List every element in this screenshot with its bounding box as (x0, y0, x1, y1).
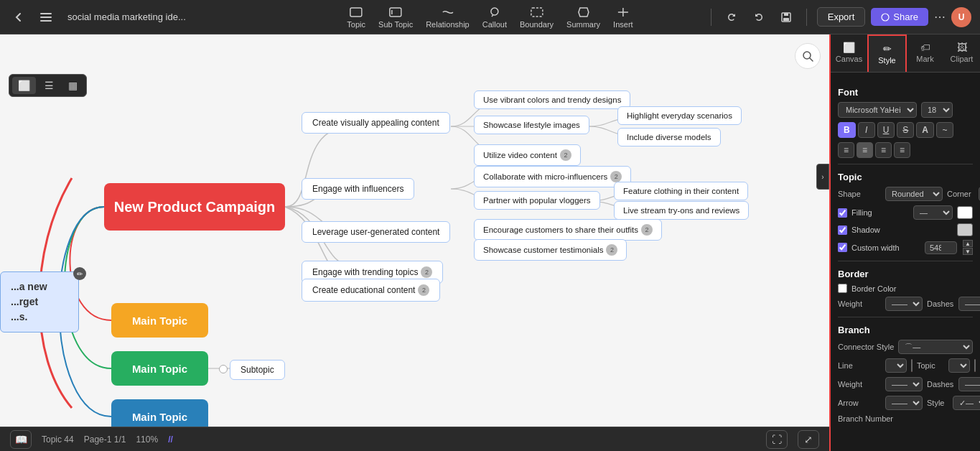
align-justify-btn[interactable]: ≡ (894, 142, 910, 158)
strikethrough-button[interactable]: S (897, 122, 914, 138)
line-color-swatch[interactable] (911, 359, 913, 372)
search-button[interactable] (795, 43, 821, 69)
arrow-select[interactable]: —— (885, 396, 923, 410)
font-family-select[interactable]: Microsoft YaHei Arial (838, 102, 917, 118)
left-main-topic-1[interactable]: Main Topic (111, 303, 208, 338)
shadow-row: Shadow (838, 223, 973, 236)
border-dashes-select[interactable]: —— (958, 297, 980, 311)
share-button[interactable]: Share (871, 8, 928, 26)
apps-button[interactable]: ⋯ (934, 10, 946, 24)
corner-label: Corner (947, 190, 974, 198)
leaf-feature-clothing[interactable]: Feature clothing in their content (614, 182, 748, 200)
tab-mark[interactable]: 🏷 Mark (907, 34, 943, 72)
leaf-micro[interactable]: Collaborate with micro-influencers 2 (474, 166, 631, 187)
back-button[interactable] (9, 9, 29, 26)
left-main-topic-2[interactable]: Main Topic (111, 351, 208, 386)
align-right-btn[interactable]: ≡ (875, 142, 892, 158)
badge-micro: 2 (610, 171, 622, 182)
font-size-select[interactable]: 18 12 14 16 20 24 (921, 102, 953, 118)
toolbar-subtopic[interactable]: Sub Topic (378, 6, 413, 29)
left-main-1-label: Main Topic (132, 315, 187, 327)
toolbar-relationship[interactable]: Relationship (426, 6, 470, 29)
view-outline-btn[interactable]: ☰ (39, 77, 60, 94)
shadow-label: Shadow (851, 226, 880, 234)
export-button[interactable]: Export (817, 7, 866, 27)
filling-checkbox[interactable] (838, 208, 847, 218)
filling-style-select[interactable]: — (913, 205, 953, 220)
font-color-button[interactable]: A (916, 122, 934, 138)
filling-color-swatch[interactable] (957, 206, 973, 219)
border-weight-row: Weight —— Dashes —— (838, 297, 973, 311)
underline-button[interactable]: U (877, 122, 895, 138)
canvas-tab-label: Canvas (836, 55, 862, 63)
leaf-showcase-lifestyle[interactable]: Showcase lifestyle images (474, 116, 589, 134)
italic-button[interactable]: I (858, 122, 875, 138)
save-button[interactable] (776, 9, 796, 26)
branch-line-select[interactable]: — (885, 358, 907, 373)
mark-tab-label: Mark (916, 55, 933, 63)
sub-educational[interactable]: Create educational content 2 (302, 279, 440, 302)
width-down-btn[interactable]: ▼ (963, 248, 973, 255)
edit-icon[interactable]: ✏ (73, 267, 86, 280)
toolbar-callout[interactable]: Callout (482, 6, 507, 29)
menu-button[interactable] (36, 9, 56, 26)
branch-weight-select[interactable]: —— (885, 377, 923, 391)
svg-point-13 (882, 14, 889, 21)
view-mindmap-btn[interactable]: ⬜ (12, 77, 36, 94)
tab-clipart[interactable]: 🖼 Clipart (943, 34, 980, 72)
leaf-livestream[interactable]: Live stream try-ons and reviews (614, 201, 749, 220)
toolbar-topic[interactable]: Topic (347, 6, 365, 29)
align-group: ≡ ≡ ≡ ≡ (838, 142, 973, 158)
width-up-btn[interactable]: ▲ (963, 240, 973, 247)
custom-width-row: Custom width ▲ ▼ (838, 240, 973, 255)
sub-leverage-ugc[interactable]: Leverage user-generated content (302, 221, 450, 243)
view-slides-btn[interactable]: ▦ (62, 77, 83, 94)
svg-rect-10 (531, 8, 543, 17)
leaf-everyday[interactable]: Highlight everyday scenarios (617, 106, 742, 125)
panel-toggle[interactable]: › (816, 164, 829, 190)
leaf-encourage[interactable]: Encourage customers to share their outfi… (474, 219, 662, 241)
align-center-btn[interactable]: ≡ (857, 142, 873, 158)
bold-button[interactable]: B (838, 122, 856, 138)
connector-style-select[interactable]: ⌒— — (898, 340, 973, 354)
expand-icon-btn[interactable]: ⛶ (766, 430, 788, 449)
subtopic-node[interactable]: Subtopic (230, 360, 285, 380)
fullscreen-icon-btn[interactable]: ⤢ (798, 430, 819, 449)
left-partial-node: ...a new...rget...s. (0, 271, 79, 333)
border-weight-select[interactable]: —— (885, 297, 923, 311)
leaf-vibrant[interactable]: Use vibrant colors and trendy designs (474, 90, 630, 109)
leaf-testimonials[interactable]: Showcase customer testimonials 2 (474, 239, 627, 261)
redo-button[interactable] (749, 9, 769, 26)
top-toolbar: social media marketing ide... Topic Sub … (0, 0, 980, 34)
shadow-color-swatch[interactable] (957, 223, 973, 236)
leaf-video[interactable]: Utilize video content 2 (474, 144, 581, 166)
tab-canvas[interactable]: ⬜ Canvas (831, 34, 867, 72)
book-icon-btn[interactable]: 📖 (10, 430, 32, 449)
leaf-vloggers[interactable]: Partner with popular vloggers (474, 191, 600, 210)
topic-color-swatch[interactable] (974, 359, 976, 372)
branch-topic-select[interactable]: — (948, 358, 970, 373)
sub-create-visual[interactable]: Create visually appealing content (302, 112, 450, 134)
branch-dashes-select[interactable]: —— (958, 377, 980, 391)
custom-width-checkbox[interactable] (838, 243, 847, 252)
custom-width-input[interactable] (925, 241, 957, 254)
central-node[interactable]: New Product Campaign (104, 183, 285, 231)
border-color-checkbox[interactable] (838, 284, 847, 293)
toolbar-boundary[interactable]: Boundary (520, 6, 554, 29)
toolbar-insert[interactable]: Insert (613, 6, 633, 29)
panel-content: Font Microsoft YaHei Arial 18 12 14 16 2… (831, 73, 980, 451)
toolbar-summary[interactable]: Summary (566, 6, 600, 29)
undo-button[interactable] (722, 9, 742, 26)
canvas-area[interactable]: ⬜ ☰ ▦ (0, 34, 829, 451)
tab-style[interactable]: ✏ Style (867, 34, 907, 72)
style-label-branch: Style (927, 399, 948, 407)
style-select[interactable]: ✓— (953, 396, 980, 410)
left-main-3-label: Main Topic (132, 411, 187, 423)
sub-engage-influencers[interactable]: Engage with influencers (302, 178, 414, 200)
shape-select[interactable]: Rounded Rectangle Ellipse (885, 187, 943, 201)
font-style-extra[interactable]: ~ (936, 122, 953, 138)
style-tab-icon: ✏ (872, 43, 902, 55)
leaf-diverse[interactable]: Include diverse models (617, 128, 721, 147)
align-left-btn[interactable]: ≡ (838, 142, 854, 158)
shadow-checkbox[interactable] (838, 226, 847, 235)
